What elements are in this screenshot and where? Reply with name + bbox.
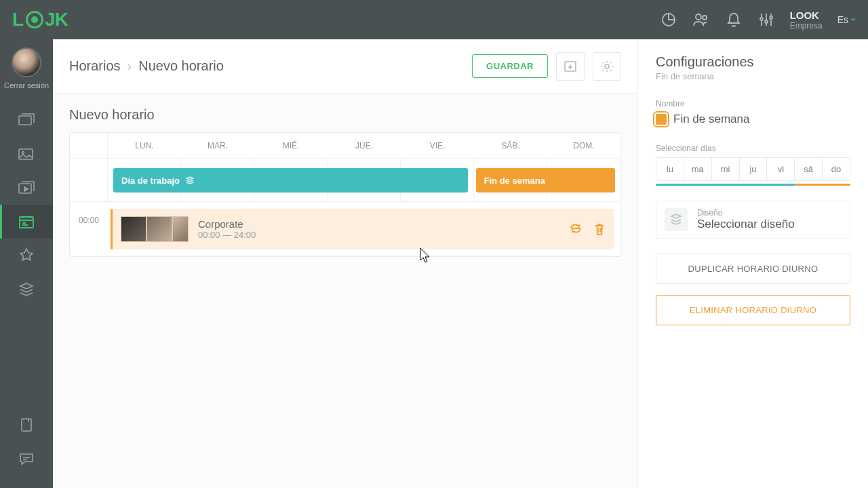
bell-icon[interactable] (725, 11, 743, 28)
day-toggle[interactable]: ju (740, 158, 768, 180)
chevron-right-icon: › (127, 58, 132, 74)
trash-icon[interactable] (593, 222, 606, 236)
nav-screens-icon[interactable] (0, 103, 53, 137)
day-toggle[interactable]: ma (684, 158, 712, 180)
nav-playlists-icon[interactable] (0, 171, 53, 205)
day-header: JUE. (328, 133, 401, 158)
config-panel: Configuraciones Fin de semana Nombre Fin… (637, 39, 868, 488)
svg-rect-5 (19, 116, 31, 125)
day-toggle[interactable]: sá (795, 158, 823, 180)
language-selector[interactable]: Es (837, 14, 856, 25)
design-selector[interactable]: Diseño Seleccionar diseño (656, 201, 850, 239)
svg-point-1 (703, 16, 707, 20)
weekend-block[interactable]: Fin de semana (476, 168, 615, 192)
nav-docs-icon[interactable] (0, 408, 53, 442)
name-value: Fin de semana (673, 113, 749, 126)
svg-point-7 (22, 152, 24, 154)
day-toggle[interactable]: vi (767, 158, 795, 180)
day-toggle[interactable]: mi (712, 158, 740, 180)
brand-block[interactable]: LOOK Empresa (790, 9, 823, 30)
nav-apps-icon[interactable] (0, 239, 53, 272)
nav-chat-icon[interactable] (0, 442, 53, 476)
import-icon[interactable] (556, 52, 585, 81)
design-value: Seleccionar diseño (697, 218, 795, 231)
layers-icon (665, 208, 688, 231)
day-header-row: LUN. MAR. MIÉ. JUE. VIE. SÁB. DOM. (70, 133, 620, 159)
day-header: SÁB. (474, 133, 547, 158)
week-calendar: LUN. MAR. MIÉ. JUE. VIE. SÁB. DOM. Día d… (69, 132, 621, 257)
topbar: LJK LOOK Empresa Es (0, 0, 868, 39)
section-title: Nuevo horario (69, 107, 621, 123)
breadcrumb: Horarios › Nuevo horario (69, 58, 224, 74)
delete-button[interactable]: ELIMINAR HORARIO DIURNO (656, 295, 850, 325)
left-nav: Cerrar sesión (0, 39, 53, 488)
app-logo[interactable]: LJK (12, 9, 68, 30)
day-header: DOM. (547, 133, 620, 158)
gear-icon[interactable] (593, 52, 621, 81)
users-icon[interactable] (692, 11, 710, 28)
config-title: Configuraciones (656, 54, 850, 70)
name-label: Nombre (656, 99, 850, 108)
slot-time: 00:00 — 24:00 (198, 230, 256, 240)
workday-block[interactable]: Día de trabajo (113, 168, 468, 192)
time-mark: 00:00 (70, 202, 108, 256)
page-header: Horarios › Nuevo horario GUARDAR (53, 39, 637, 94)
brand-sub: Empresa (790, 21, 823, 30)
svg-point-0 (696, 14, 701, 20)
select-days-label: Seleccionar días (656, 144, 850, 153)
playlist-slot[interactable]: Corporate 00:00 — 24:00 (111, 209, 614, 249)
day-header: LUN. (108, 133, 181, 158)
workday-label: Día de trabajo (121, 176, 180, 186)
svg-point-3 (765, 20, 768, 23)
main-area: Horarios › Nuevo horario GUARDAR Nuevo h… (53, 39, 637, 488)
day-header: MAR. (181, 133, 254, 158)
slot-title: Corporate (198, 218, 256, 230)
weekend-label: Fin de semana (484, 176, 545, 186)
nav-layers-icon[interactable] (0, 272, 53, 306)
day-header: MIÉ. (254, 133, 328, 158)
svg-point-12 (605, 64, 609, 68)
brand-name: LOOK (790, 9, 823, 21)
color-swatch[interactable] (656, 114, 667, 125)
crumb-current: Nuevo horario (138, 58, 224, 74)
logout-link[interactable]: Cerrar sesión (4, 81, 49, 89)
svg-rect-9 (20, 217, 33, 228)
slot-area: 00:00 Corporate 00:00 — 24:00 (70, 202, 620, 256)
repeat-icon[interactable] (569, 222, 583, 236)
language-label: Es (837, 14, 848, 25)
config-subtitle: Fin de semana (656, 71, 850, 81)
svg-point-2 (760, 18, 763, 20)
save-button[interactable]: GUARDAR (472, 54, 548, 78)
schedule-block-row: Día de trabajo Fin de semana (108, 159, 620, 202)
design-label: Diseño (697, 208, 795, 218)
nav-schedules-icon[interactable] (0, 205, 53, 239)
svg-rect-10 (22, 419, 31, 431)
day-toggle[interactable]: lu (656, 158, 684, 180)
day-underline (656, 184, 850, 186)
day-selector: lu ma mi ju vi sá do (656, 157, 850, 181)
day-header: VIE. (401, 133, 474, 158)
name-field[interactable]: Fin de semana (656, 113, 850, 126)
svg-rect-6 (19, 149, 33, 159)
duplicate-button[interactable]: DUPLICAR HORARIO DIURNO (656, 253, 850, 284)
nav-media-icon[interactable] (0, 137, 53, 171)
layers-icon (185, 176, 195, 185)
slot-thumbnails (121, 216, 189, 242)
crumb-root[interactable]: Horarios (69, 58, 121, 74)
settings-sliders-icon[interactable] (757, 11, 775, 28)
day-toggle[interactable]: do (823, 158, 850, 180)
svg-point-4 (770, 16, 772, 19)
user-avatar[interactable] (12, 47, 41, 77)
analytics-icon[interactable] (660, 11, 677, 28)
